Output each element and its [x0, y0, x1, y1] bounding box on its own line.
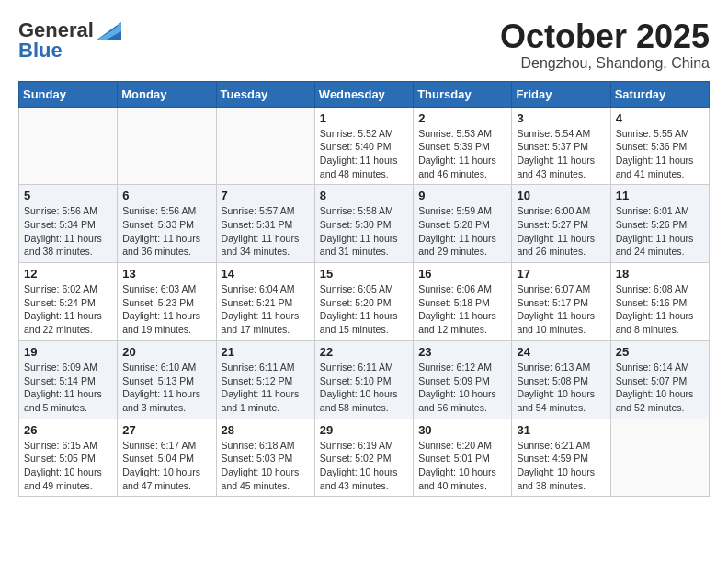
calendar-day-cell: 1Sunrise: 5:52 AM Sunset: 5:40 PM Daylig…	[314, 107, 413, 185]
day-number: 5	[24, 189, 112, 202]
calendar-week-row: 26Sunrise: 6:15 AM Sunset: 5:05 PM Dayli…	[19, 419, 710, 497]
day-info: Sunrise: 5:54 AM Sunset: 5:37 PM Dayligh…	[517, 127, 605, 181]
day-info: Sunrise: 5:55 AM Sunset: 5:36 PM Dayligh…	[616, 127, 704, 181]
calendar-day-cell: 18Sunrise: 6:08 AM Sunset: 5:16 PM Dayli…	[610, 263, 709, 341]
day-number: 19	[24, 345, 112, 359]
day-number: 30	[418, 423, 506, 437]
day-info: Sunrise: 6:14 AM Sunset: 5:07 PM Dayligh…	[616, 361, 704, 415]
calendar-day-cell: 10Sunrise: 6:00 AM Sunset: 5:27 PM Dayli…	[512, 185, 610, 263]
calendar-day-cell: 24Sunrise: 6:13 AM Sunset: 5:08 PM Dayli…	[512, 340, 610, 419]
weekday-header-row: SundayMondayTuesdayWednesdayThursdayFrid…	[19, 81, 710, 107]
calendar-day-cell: 7Sunrise: 5:57 AM Sunset: 5:31 PM Daylig…	[216, 185, 314, 263]
day-number: 8	[320, 189, 408, 202]
day-number: 18	[616, 267, 704, 281]
calendar-day-cell: 3Sunrise: 5:54 AM Sunset: 5:37 PM Daylig…	[512, 107, 610, 185]
calendar-day-cell: 8Sunrise: 5:58 AM Sunset: 5:30 PM Daylig…	[314, 185, 413, 263]
calendar-day-cell: 28Sunrise: 6:18 AM Sunset: 5:03 PM Dayli…	[216, 419, 314, 497]
day-info: Sunrise: 5:53 AM Sunset: 5:39 PM Dayligh…	[418, 127, 506, 181]
weekday-header-wednesday: Wednesday	[314, 81, 413, 107]
day-info: Sunrise: 6:13 AM Sunset: 5:08 PM Dayligh…	[517, 361, 605, 415]
calendar-day-cell: 5Sunrise: 5:56 AM Sunset: 5:34 PM Daylig…	[19, 185, 118, 263]
day-number: 9	[418, 189, 506, 202]
day-info: Sunrise: 6:03 AM Sunset: 5:23 PM Dayligh…	[122, 282, 210, 337]
calendar-day-cell: 2Sunrise: 5:53 AM Sunset: 5:39 PM Daylig…	[414, 107, 512, 185]
location: Dengzhou, Shandong, China	[500, 55, 710, 72]
day-number: 12	[24, 267, 112, 281]
day-info: Sunrise: 6:08 AM Sunset: 5:16 PM Dayligh…	[616, 282, 704, 337]
page-header: General Blue October 2025 Dengzhou, Shan…	[18, 18, 710, 72]
day-number: 25	[616, 345, 704, 359]
day-info: Sunrise: 6:01 AM Sunset: 5:26 PM Dayligh…	[616, 204, 704, 259]
calendar-day-cell: 22Sunrise: 6:11 AM Sunset: 5:10 PM Dayli…	[314, 340, 413, 419]
day-info: Sunrise: 6:12 AM Sunset: 5:09 PM Dayligh…	[418, 361, 506, 415]
calendar-day-cell: 29Sunrise: 6:19 AM Sunset: 5:02 PM Dayli…	[314, 419, 413, 497]
day-number: 28	[222, 423, 310, 437]
day-info: Sunrise: 5:52 AM Sunset: 5:40 PM Dayligh…	[320, 127, 408, 181]
day-number: 7	[222, 189, 310, 202]
day-number: 1	[320, 111, 408, 125]
calendar-week-row: 5Sunrise: 5:56 AM Sunset: 5:34 PM Daylig…	[19, 185, 710, 263]
day-info: Sunrise: 6:19 AM Sunset: 5:02 PM Dayligh…	[320, 439, 408, 493]
calendar-day-cell	[118, 107, 216, 185]
day-number: 11	[616, 189, 704, 202]
day-info: Sunrise: 6:20 AM Sunset: 5:01 PM Dayligh…	[418, 439, 506, 493]
calendar-day-cell	[216, 107, 314, 185]
calendar-day-cell: 19Sunrise: 6:09 AM Sunset: 5:14 PM Dayli…	[19, 340, 118, 419]
day-number: 21	[222, 345, 310, 359]
day-number: 24	[517, 345, 605, 359]
day-info: Sunrise: 6:05 AM Sunset: 5:20 PM Dayligh…	[320, 282, 408, 337]
calendar-day-cell	[610, 419, 709, 497]
day-number: 10	[517, 189, 605, 202]
day-number: 26	[24, 423, 112, 437]
calendar-day-cell: 4Sunrise: 5:55 AM Sunset: 5:36 PM Daylig…	[610, 107, 709, 185]
day-number: 2	[418, 111, 506, 125]
day-number: 27	[122, 423, 210, 437]
calendar-day-cell: 17Sunrise: 6:07 AM Sunset: 5:17 PM Dayli…	[512, 263, 610, 341]
day-info: Sunrise: 6:11 AM Sunset: 5:12 PM Dayligh…	[222, 361, 310, 415]
calendar-day-cell: 6Sunrise: 5:56 AM Sunset: 5:33 PM Daylig…	[118, 185, 216, 263]
calendar-week-row: 1Sunrise: 5:52 AM Sunset: 5:40 PM Daylig…	[19, 107, 710, 185]
calendar-day-cell: 11Sunrise: 6:01 AM Sunset: 5:26 PM Dayli…	[610, 185, 709, 263]
day-info: Sunrise: 6:15 AM Sunset: 5:05 PM Dayligh…	[24, 439, 112, 493]
day-number: 4	[616, 111, 704, 125]
day-info: Sunrise: 5:56 AM Sunset: 5:34 PM Dayligh…	[24, 204, 112, 259]
day-info: Sunrise: 5:56 AM Sunset: 5:33 PM Dayligh…	[122, 204, 210, 259]
day-info: Sunrise: 6:10 AM Sunset: 5:13 PM Dayligh…	[122, 361, 210, 415]
weekday-header-monday: Monday	[118, 81, 216, 107]
calendar-day-cell: 27Sunrise: 6:17 AM Sunset: 5:04 PM Dayli…	[118, 419, 216, 497]
day-number: 6	[122, 189, 210, 202]
day-number: 20	[122, 345, 210, 359]
calendar: SundayMondayTuesdayWednesdayThursdayFrid…	[18, 81, 710, 498]
calendar-day-cell: 13Sunrise: 6:03 AM Sunset: 5:23 PM Dayli…	[118, 263, 216, 341]
calendar-day-cell: 15Sunrise: 6:05 AM Sunset: 5:20 PM Dayli…	[314, 263, 413, 341]
weekday-header-tuesday: Tuesday	[216, 81, 314, 107]
logo: General Blue	[18, 18, 121, 63]
day-number: 29	[320, 423, 408, 437]
day-info: Sunrise: 6:07 AM Sunset: 5:17 PM Dayligh…	[517, 282, 605, 337]
day-number: 3	[517, 111, 605, 125]
day-number: 31	[517, 423, 605, 437]
calendar-day-cell: 16Sunrise: 6:06 AM Sunset: 5:18 PM Dayli…	[414, 263, 512, 341]
day-info: Sunrise: 5:57 AM Sunset: 5:31 PM Dayligh…	[222, 204, 310, 259]
day-info: Sunrise: 6:04 AM Sunset: 5:21 PM Dayligh…	[222, 282, 310, 337]
calendar-day-cell: 14Sunrise: 6:04 AM Sunset: 5:21 PM Dayli…	[216, 263, 314, 341]
day-info: Sunrise: 6:11 AM Sunset: 5:10 PM Dayligh…	[320, 361, 408, 415]
logo-blue: Blue	[18, 39, 63, 63]
calendar-week-row: 12Sunrise: 6:02 AM Sunset: 5:24 PM Dayli…	[19, 263, 710, 341]
calendar-day-cell: 20Sunrise: 6:10 AM Sunset: 5:13 PM Dayli…	[118, 340, 216, 419]
calendar-day-cell: 23Sunrise: 6:12 AM Sunset: 5:09 PM Dayli…	[414, 340, 512, 419]
calendar-day-cell: 30Sunrise: 6:20 AM Sunset: 5:01 PM Dayli…	[414, 419, 512, 497]
weekday-header-saturday: Saturday	[610, 81, 709, 107]
day-info: Sunrise: 6:17 AM Sunset: 5:04 PM Dayligh…	[122, 439, 210, 493]
calendar-day-cell: 31Sunrise: 6:21 AM Sunset: 4:59 PM Dayli…	[512, 419, 610, 497]
calendar-day-cell: 26Sunrise: 6:15 AM Sunset: 5:05 PM Dayli…	[19, 419, 118, 497]
day-number: 15	[320, 267, 408, 281]
calendar-day-cell: 12Sunrise: 6:02 AM Sunset: 5:24 PM Dayli…	[19, 263, 118, 341]
calendar-day-cell: 21Sunrise: 6:11 AM Sunset: 5:12 PM Dayli…	[216, 340, 314, 419]
day-number: 23	[418, 345, 506, 359]
calendar-day-cell: 9Sunrise: 5:59 AM Sunset: 5:28 PM Daylig…	[414, 185, 512, 263]
day-info: Sunrise: 6:09 AM Sunset: 5:14 PM Dayligh…	[24, 361, 112, 415]
weekday-header-friday: Friday	[512, 81, 610, 107]
day-info: Sunrise: 6:02 AM Sunset: 5:24 PM Dayligh…	[24, 282, 112, 337]
day-info: Sunrise: 6:06 AM Sunset: 5:18 PM Dayligh…	[418, 282, 506, 337]
